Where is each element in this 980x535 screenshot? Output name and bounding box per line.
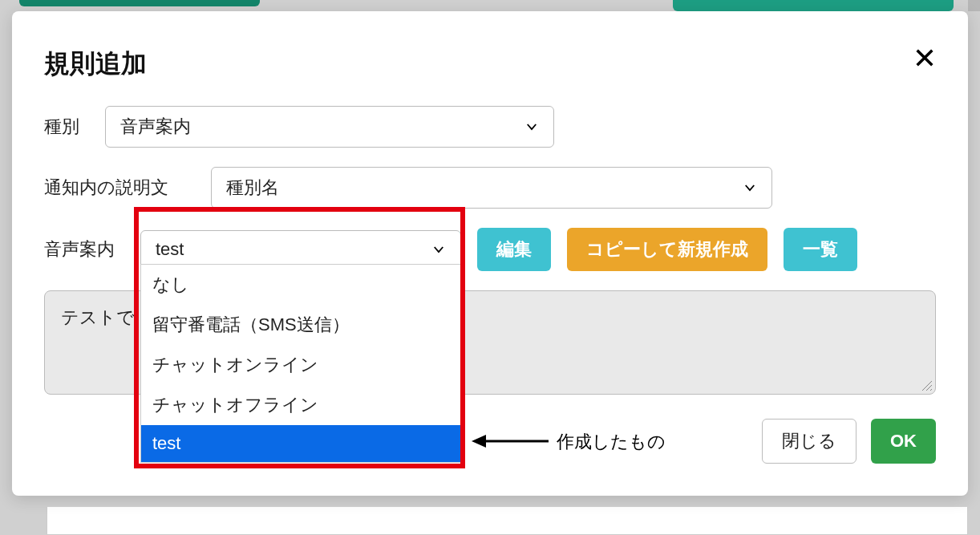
dropdown-option[interactable]: チャットオンライン <box>141 345 460 385</box>
dropdown-option-selected[interactable]: test <box>141 425 460 462</box>
voice-guide-select-value: test <box>156 239 184 260</box>
dropdown-option[interactable]: チャットオフライン <box>141 385 460 425</box>
dropdown-option[interactable]: 留守番電話（SMS送信） <box>141 305 460 345</box>
annotation-label: 作成したもの <box>557 430 666 454</box>
svg-marker-1 <box>472 435 486 448</box>
chevron-down-icon <box>431 242 446 257</box>
dropdown-option[interactable]: なし <box>141 265 460 305</box>
description-select[interactable]: 種別名 <box>211 167 772 209</box>
voice-guide-select[interactable]: test <box>140 230 461 269</box>
edit-button[interactable]: 編集 <box>477 228 551 271</box>
resize-handle-icon[interactable] <box>921 379 932 391</box>
description-label: 通知内の説明文 <box>44 176 188 200</box>
type-select-value: 音声案内 <box>120 115 191 139</box>
annotation-arrow-icon <box>472 432 552 451</box>
type-label: 種別 <box>44 115 83 139</box>
background-decoration <box>19 0 260 6</box>
copy-new-button[interactable]: コピーして新規作成 <box>567 228 767 271</box>
form-row-type: 種別 音声案内 <box>44 106 936 148</box>
description-select-value: 種別名 <box>226 176 279 200</box>
textarea-content: テストで <box>61 307 135 327</box>
list-button[interactable]: 一覧 <box>784 228 857 271</box>
close-button[interactable]: 閉じる <box>762 419 856 464</box>
voice-guide-label: 音声案内 <box>44 237 124 261</box>
chevron-down-icon <box>524 120 539 134</box>
background-decoration <box>0 507 980 535</box>
chevron-down-icon <box>743 180 757 195</box>
close-icon[interactable] <box>913 47 936 69</box>
background-decoration <box>673 0 954 11</box>
form-row-description: 通知内の説明文 種別名 <box>44 167 936 209</box>
type-select[interactable]: 音声案内 <box>105 106 554 148</box>
background-scrollbar <box>968 0 980 11</box>
modal-title: 規則追加 <box>44 47 936 82</box>
voice-guide-dropdown-panel: なし 留守番電話（SMS送信） チャットオンライン チャットオフライン test <box>140 264 461 463</box>
ok-button[interactable]: OK <box>871 419 936 464</box>
